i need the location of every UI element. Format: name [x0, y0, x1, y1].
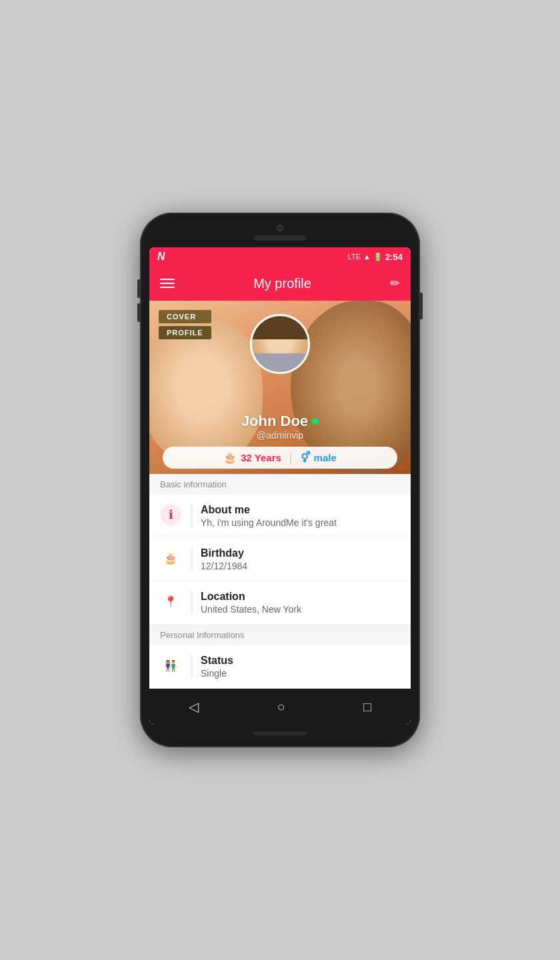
gender-value: male — [314, 452, 337, 463]
couple-icon: 👫 — [164, 659, 177, 672]
about-me-row[interactable]: ℹ About me Yh, i'm using AroundMe it's g… — [149, 495, 411, 538]
birthday-cake-icon: 🎂 — [223, 451, 237, 464]
status-value: Single — [201, 668, 400, 679]
earpiece-speaker — [253, 235, 307, 241]
cover-button[interactable]: COVER — [159, 310, 211, 323]
birthday-row[interactable]: 🎂 Birthday 12/12/1984 — [149, 538, 411, 581]
about-me-value: Yh, i'm using AroundMe it's great — [201, 517, 400, 528]
recent-apps-button[interactable]: □ — [363, 699, 371, 715]
birthday-icon: 🎂 — [160, 547, 181, 569]
status-icon: 👫 — [160, 655, 181, 676]
avatar-face — [252, 316, 308, 372]
volume-up-button — [137, 279, 140, 298]
hamburger-line-3 — [160, 287, 175, 288]
profile-name-section: John Doe @adminvip — [149, 413, 411, 441]
status-row[interactable]: 👫 Status Single — [149, 645, 411, 689]
navigation-bar: ◁ ○ □ — [149, 689, 411, 725]
phone-screen: N LTE ▲ 🔋 2:54 My profile ✏ COV — [149, 247, 411, 725]
app-logo: N — [157, 251, 165, 263]
avatar-hair — [252, 316, 308, 339]
profile-photo-button[interactable]: PROFILE — [159, 326, 211, 339]
profile-username: @adminvip — [149, 430, 411, 441]
alert-icon: ℹ — [169, 507, 173, 522]
age-section: 🎂 32 Years — [223, 451, 281, 464]
status-bar: N LTE ▲ 🔋 2:54 — [149, 247, 411, 266]
cover-buttons: COVER PROFILE — [159, 310, 211, 339]
status-right: LTE ▲ 🔋 2:54 — [348, 252, 403, 262]
phone-top — [149, 225, 411, 241]
birthday-label: Birthday — [201, 547, 400, 559]
edit-profile-button[interactable]: ✏ — [390, 276, 400, 291]
volume-down-button — [137, 303, 140, 322]
avatar-shirt — [252, 353, 308, 372]
status-label: Status — [201, 655, 400, 667]
bottom-speaker — [253, 731, 307, 735]
map-pin-icon: 📍 — [164, 595, 177, 608]
app-bar: My profile ✏ — [149, 266, 411, 301]
birthday-value: 12/12/1984 — [201, 561, 400, 571]
about-me-icon: ℹ — [160, 504, 181, 525]
battery-icon: 🔋 — [373, 253, 383, 261]
basic-info-title: Basic information — [160, 479, 227, 489]
calendar-icon: 🎂 — [164, 552, 177, 565]
location-icon: 📍 — [160, 591, 181, 612]
location-row[interactable]: 📍 Location United States, New York — [149, 581, 411, 625]
profile-name: John Doe — [149, 413, 411, 430]
online-status-dot — [312, 418, 319, 425]
power-button — [420, 293, 423, 319]
signal-icon: ▲ — [363, 253, 371, 261]
personal-info-header: Personal Informations — [149, 625, 411, 645]
network-indicator: LTE — [348, 253, 361, 261]
basic-info-header: Basic information — [149, 474, 411, 495]
hamburger-line-1 — [160, 279, 175, 280]
gender-icon: ⚥ — [301, 451, 310, 464]
divider: | — [289, 451, 293, 465]
status-content: Status Single — [191, 655, 400, 679]
hamburger-menu-button[interactable] — [160, 279, 175, 288]
about-me-label: About me — [201, 504, 400, 516]
front-camera — [277, 225, 283, 231]
home-button[interactable]: ○ — [277, 699, 285, 715]
page-title: My profile — [253, 276, 311, 291]
birthday-content: Birthday 12/12/1984 — [191, 547, 400, 571]
about-me-content: About me Yh, i'm using AroundMe it's gre… — [191, 504, 400, 528]
location-value: United States, New York — [201, 604, 400, 615]
clock: 2:54 — [385, 252, 403, 262]
phone-bottom — [149, 731, 411, 735]
back-button[interactable]: ◁ — [189, 699, 199, 715]
personal-info-title: Personal Informations — [160, 630, 244, 640]
age-gender-bar: 🎂 32 Years | ⚥ male — [163, 447, 397, 469]
location-content: Location United States, New York — [191, 591, 400, 615]
age-value: 32 Years — [241, 452, 281, 463]
profile-avatar[interactable] — [250, 314, 310, 374]
user-name: John Doe — [241, 413, 308, 430]
gender-section: ⚥ male — [301, 451, 337, 464]
phone-frame: N LTE ▲ 🔋 2:54 My profile ✏ COV — [140, 213, 420, 747]
cover-section: COVER PROFILE John Doe @adminvip 🎂 — [149, 301, 411, 474]
hamburger-line-2 — [160, 283, 175, 284]
location-label: Location — [201, 591, 400, 603]
